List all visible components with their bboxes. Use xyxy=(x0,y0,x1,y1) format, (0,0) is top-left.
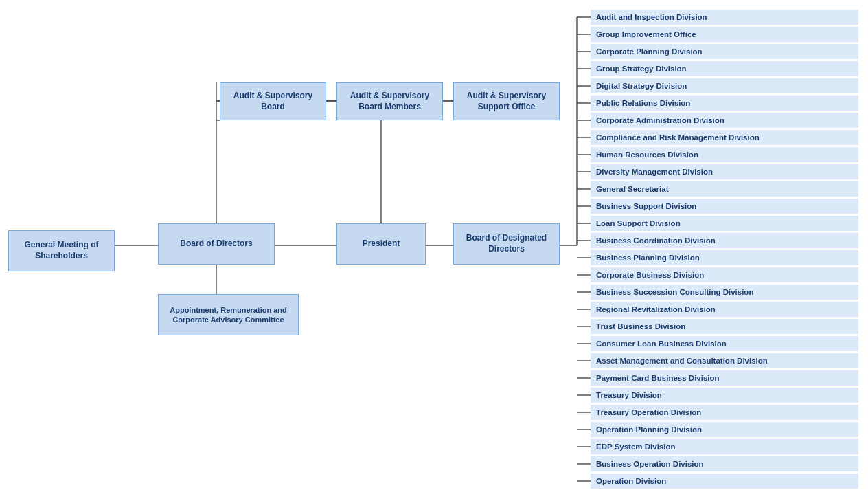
org-chart: General Meeting of Shareholders Board of… xyxy=(0,0,868,490)
division-row: Diversity Management Division xyxy=(591,164,858,179)
division-row: Corporate Business Division xyxy=(591,267,858,282)
audit-supervisory-board-members-box: Audit & Supervisory Board Members xyxy=(336,82,443,120)
division-row: Operation Division xyxy=(591,474,858,489)
division-row: Audit and Inspection Division xyxy=(591,10,858,25)
board-designated-directors-box: Board of Designated Directors xyxy=(453,223,560,265)
division-row: Asset Management and Consultation Divisi… xyxy=(591,353,858,368)
division-row: Group Improvement Office xyxy=(591,27,858,42)
audit-supervisory-support-office-box: Audit & Supervisory Support Office xyxy=(453,82,560,120)
division-row: Business Support Division xyxy=(591,199,858,214)
division-row: Corporate Planning Division xyxy=(591,44,858,59)
division-row: Loan Support Division xyxy=(591,216,858,231)
division-row: Public Relations Division xyxy=(591,96,858,111)
division-row: Compliance and Risk Management Division xyxy=(591,130,858,145)
division-row: Business Coordination Division xyxy=(591,233,858,248)
division-row: Regional Revitalization Division xyxy=(591,302,858,317)
board-of-directors-box: Board of Directors xyxy=(158,223,275,265)
division-row: Digital Strategy Division xyxy=(591,78,858,93)
division-row: Corporate Administration Division xyxy=(591,113,858,128)
division-row: Business Operation Division xyxy=(591,456,858,471)
division-row: Treasury Division xyxy=(591,388,858,403)
audit-supervisory-board-box: Audit & Supervisory Board xyxy=(220,82,326,120)
division-row: Trust Business Division xyxy=(591,319,858,334)
division-row: EDP System Division xyxy=(591,439,858,454)
division-row: Human Resources Division xyxy=(591,147,858,162)
division-row: Consumer Loan Business Division xyxy=(591,336,858,351)
division-row: Payment Card Business Division xyxy=(591,370,858,386)
general-meeting-box: General Meeting of Shareholders xyxy=(8,230,115,271)
division-row: General Secretariat xyxy=(591,181,858,197)
division-row: Group Strategy Division xyxy=(591,61,858,76)
division-row: Business Planning Division xyxy=(591,250,858,265)
appointment-committee-box: Appointment, Remuneration and Corporate … xyxy=(158,294,299,335)
division-row: Treasury Operation Division xyxy=(591,405,858,420)
president-box: President xyxy=(336,223,426,265)
division-row: Business Succession Consulting Division xyxy=(591,285,858,300)
division-row: Operation Planning Division xyxy=(591,422,858,437)
